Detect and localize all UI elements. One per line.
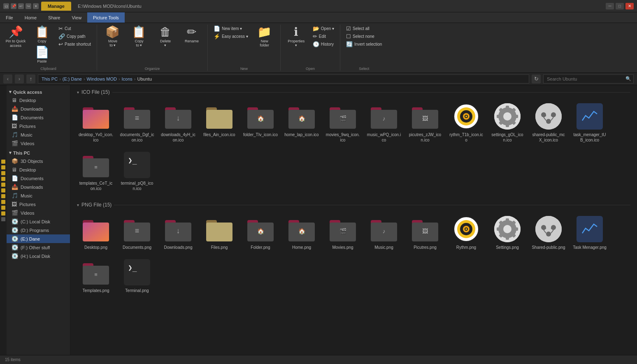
sidebar-item-videos2[interactable]: 🎬 Videos — [7, 209, 70, 217]
quick-access-icon[interactable]: 📌 — [11, 3, 16, 9]
file-item[interactable]: settings_gOL_icon.ico — [488, 100, 526, 145]
file-item[interactable]: 🏠 home_lap_icon.ico — [283, 100, 321, 145]
pin-expand[interactable] — [1, 217, 5, 221]
file-item[interactable]: ❯_terminal_pQ8_icon.ico — [118, 148, 156, 194]
file-item[interactable]: ♪ Music.png — [365, 213, 403, 253]
sidebar-item-pictures2[interactable]: 🖼 Pictures — [7, 200, 70, 209]
history-button[interactable]: 🕒History — [310, 40, 337, 48]
easy-access-button[interactable]: ⚡Easy access ▾ — [211, 32, 251, 40]
breadcrumb-this-pc[interactable]: This PC — [42, 77, 58, 81]
up-button[interactable]: ↑ — [26, 74, 35, 83]
sidebar-item-desktop2[interactable]: 🖥 Desktop — [7, 165, 70, 174]
select-none-button[interactable]: ☐Select none — [344, 32, 384, 40]
file-item[interactable]: 🖼 picutres_zJW_icon.ico — [406, 100, 444, 145]
file-item[interactable]: 🏠 folder_TIv_icon.ico — [242, 100, 279, 145]
new-item-button[interactable]: 📄New item ▾ — [211, 25, 251, 32]
file-item[interactable]: Shared-public.png — [530, 213, 567, 253]
menu-file[interactable]: File — [0, 12, 19, 23]
breadcrumb-e-dane[interactable]: (E:) Dane — [63, 77, 82, 81]
file-item[interactable]: Desktop.png — [77, 213, 115, 253]
invert-selection-button[interactable]: 🔄Invert selection — [344, 40, 384, 48]
sidebar-item-videos[interactable]: 🎬 Videos — [7, 139, 70, 148]
ico-collapse-arrow[interactable]: ▾ — [77, 90, 79, 95]
sidebar-item-music[interactable]: 🎵 Music — [7, 130, 70, 139]
sidebar-item-h[interactable]: 💽 (H:) Local Disk — [7, 252, 70, 260]
menu-home[interactable]: Home — [19, 12, 42, 23]
cut-button[interactable]: ✂Cut — [56, 25, 93, 32]
sidebar-item-pictures[interactable]: 🖼 Pictures — [7, 122, 70, 130]
file-item[interactable]: 🎬 Movies.png — [324, 213, 362, 253]
search-input[interactable] — [543, 74, 634, 83]
forward-button[interactable]: › — [15, 74, 24, 83]
file-item[interactable]: Files.png — [200, 213, 238, 253]
undo-icon[interactable]: ↩ — [18, 3, 24, 9]
copy-button[interactable]: 📋 Copy — [30, 25, 54, 45]
maximize-button[interactable]: □ — [616, 3, 624, 9]
file-item[interactable]: ↓ downloads_4yH_icon.ico — [159, 100, 197, 145]
file-icon — [82, 215, 110, 243]
rename-button[interactable]: ✏ Rename — [179, 25, 204, 45]
new-folder-button[interactable]: 📁 Newfolder — [252, 25, 277, 49]
select-all-button[interactable]: ☑Select all — [344, 25, 384, 32]
pin-to-quick-button[interactable]: 📌 Pin to Quick access — [3, 25, 28, 50]
copy-path-button[interactable]: 🔗Copy path — [56, 32, 93, 40]
new-item-icon: 📄 — [214, 26, 220, 32]
file-item[interactable]: ≡ Documents.png — [118, 213, 156, 253]
file-item[interactable]: rythm_T1b_icon.ico — [447, 100, 485, 145]
sidebar-item-downloads[interactable]: 📥 Downloads — [7, 104, 70, 113]
file-item[interactable]: desktop_Yv0_icon.ico — [77, 100, 115, 145]
file-item[interactable]: ≡ templates_CeT_icon.ico — [77, 148, 115, 194]
file-item[interactable]: Settings.png — [488, 213, 526, 253]
copy-to-button[interactable]: 📋 Copyto ▾ — [127, 25, 151, 49]
sidebar-quick-access-header[interactable]: ▾ Quick access — [7, 87, 70, 96]
file-item[interactable]: ≡ documents_Dgf_icon.ico — [118, 100, 156, 145]
file-item[interactable]: ♪ music_wPQ_icon.ico — [365, 100, 403, 145]
paste-shortcut-button[interactable]: ↩Paste shortcut — [56, 40, 93, 48]
open-button[interactable]: 📂Open ▾ — [310, 25, 337, 32]
file-item[interactable]: Task Menager.png — [571, 213, 609, 253]
file-item[interactable]: ↓ Downloads.png — [159, 213, 197, 253]
png-collapse-arrow[interactable]: ▾ — [77, 203, 79, 207]
sidebar-item-downloads2[interactable]: 📥 Downloads — [7, 183, 70, 191]
breadcrumb-windows-mod[interactable]: Windows MOD — [87, 77, 117, 81]
sidebar-item-c[interactable]: 💽 (C:) Local Disk — [7, 217, 70, 226]
sidebar-item-documents2[interactable]: 📄 Documents — [7, 174, 70, 183]
breadcrumb-icons[interactable]: Icons — [122, 77, 133, 81]
file-item[interactable]: 🎬 movies_9wq_icon.ico — [324, 100, 362, 145]
sidebar-thispc-header[interactable]: ▾ This PC — [7, 148, 70, 157]
sidebar-item-d[interactable]: 💽 (D:) Programs — [7, 226, 70, 234]
file-item[interactable]: shared-public_mcX_icon.ico — [530, 100, 567, 145]
file-item[interactable]: ≡ Templates.png — [77, 256, 115, 296]
paste-button[interactable]: 📄 Paste — [30, 45, 54, 65]
sidebar-item-documents[interactable]: 📄 Documents — [7, 113, 70, 122]
breadcrumb-ubuntu[interactable]: Ubuntu — [137, 77, 152, 81]
move-to-button[interactable]: 📦 Moveto ▾ — [100, 25, 125, 49]
file-item[interactable]: 🏠 Home.png — [283, 213, 321, 253]
new-folder-icon: 📁 — [257, 26, 272, 38]
manage-tab[interactable]: Manage — [41, 2, 71, 11]
menu-view[interactable]: View — [66, 12, 87, 23]
menu-share[interactable]: Share — [42, 12, 66, 23]
dropdown-icon[interactable]: ▾ — [33, 3, 39, 9]
back-button[interactable]: ‹ — [3, 74, 12, 83]
file-item[interactable]: 🏠 Folder.png — [242, 213, 279, 253]
sidebar-item-desktop[interactable]: 🖥 Desktop — [7, 96, 70, 104]
sidebar-item-f[interactable]: 💽 (F:) Other stuff — [7, 243, 70, 252]
file-item[interactable]: ❯_Terminal.png — [118, 256, 156, 296]
sidebar-item-music2[interactable]: 🎵 Music — [7, 191, 70, 200]
menu-picture-tools[interactable]: Picture Tools — [87, 12, 125, 23]
file-item[interactable]: task_menager_tUB_icon.ico — [571, 100, 609, 145]
file-item[interactable]: files_Ain_icon.ico — [200, 100, 238, 145]
properties-button[interactable]: ℹ Properties▾ — [284, 25, 309, 49]
file-item[interactable]: 🖼 Picutres.png — [406, 213, 444, 253]
sidebar-item-3dobjects[interactable]: 📦 3D Objects — [7, 157, 70, 165]
file-icon: ❯_ — [123, 258, 151, 286]
file-item[interactable]: Rythm.png — [447, 213, 485, 253]
redo-icon[interactable]: ↪ — [26, 3, 31, 9]
close-button[interactable]: ✕ — [625, 3, 634, 9]
sidebar-item-e[interactable]: 💽 (E:) Dane — [7, 234, 70, 243]
delete-button[interactable]: 🗑 Delete▾ — [153, 25, 178, 49]
edit-button[interactable]: ✏Edit — [310, 32, 337, 40]
minimize-button[interactable]: ─ — [606, 3, 614, 9]
refresh-button[interactable]: ↻ — [532, 74, 541, 83]
